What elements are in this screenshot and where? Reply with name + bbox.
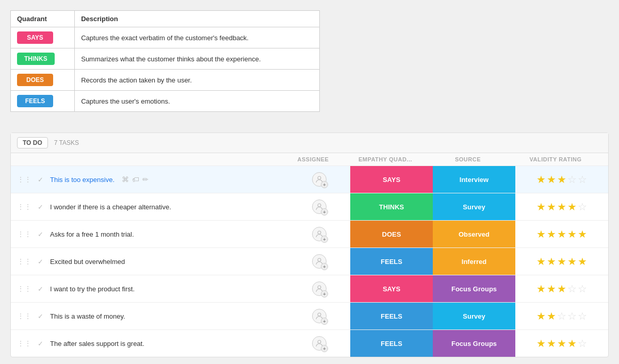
task-row: ⋮⋮ ✓ The after sales support is great. +… <box>11 330 608 357</box>
check-icon[interactable]: ✓ <box>38 230 46 238</box>
star-5: ★ <box>578 255 587 268</box>
drag-handle[interactable]: ⋮⋮ <box>17 285 31 293</box>
task-text: I wonder if there is a cheaper alternati… <box>50 203 171 211</box>
drag-handle[interactable]: ⋮⋮ <box>17 257 31 266</box>
assignee-cell: + <box>288 336 350 351</box>
stars: ★★★★★ <box>536 228 587 240</box>
column-headers: ASSIGNEE EMPATHY QUAD... SOURCE VALIDITY… <box>11 153 608 166</box>
task-row: ⋮⋮ ✓ Excited but overwhelmed + FEELS Inf… <box>11 248 608 275</box>
drag-handle[interactable]: ⋮⋮ <box>17 175 31 184</box>
star-1: ★ <box>536 255 546 268</box>
avatar-plus-icon[interactable]: + <box>321 263 328 270</box>
legend-col-description: Description <box>75 11 320 27</box>
star-3: ☆ <box>557 310 566 322</box>
avatar[interactable]: + <box>312 282 327 296</box>
empathy-cell: DOES <box>350 221 433 247</box>
star-3: ★ <box>557 201 566 213</box>
avatar[interactable]: + <box>312 336 327 351</box>
star-4: ☆ <box>567 173 577 186</box>
legend-badge: THINKS <box>17 53 55 65</box>
star-2: ★ <box>547 201 556 213</box>
validity-cell: ★★★☆☆ <box>515 173 608 186</box>
star-3: ★ <box>557 337 566 350</box>
drag-handle[interactable]: ⋮⋮ <box>17 339 31 348</box>
col-header-validity: VALIDITY RATING <box>509 156 602 162</box>
avatar[interactable]: + <box>312 309 327 323</box>
star-2: ★ <box>547 255 556 268</box>
link-icon[interactable]: ⌘ <box>122 175 129 184</box>
empathy-badge: THINKS <box>350 193 433 220</box>
empathy-cell: SAYS <box>350 166 433 193</box>
source-cell: Focus Groups <box>433 275 515 302</box>
star-2: ★ <box>547 283 556 295</box>
task-left: ⋮⋮ ✓ I want to try the product first. <box>11 280 288 297</box>
star-2: ★ <box>547 337 556 350</box>
avatar-plus-icon[interactable]: + <box>321 236 328 243</box>
validity-cell: ★★☆☆☆ <box>515 310 608 322</box>
empathy-cell: SAYS <box>350 275 433 302</box>
source-badge: Focus Groups <box>433 275 515 302</box>
avatar-plus-icon[interactable]: + <box>321 181 328 188</box>
avatar[interactable]: + <box>312 227 327 241</box>
star-2: ★ <box>547 310 556 322</box>
task-left: ⋮⋮ ✓ This is too expensive. ⌘ 🏷 ✏ <box>11 171 288 188</box>
check-icon[interactable]: ✓ <box>38 340 46 348</box>
stars: ★★★★★ <box>536 255 587 268</box>
empathy-cell: FEELS <box>350 303 433 329</box>
check-icon[interactable]: ✓ <box>38 312 46 320</box>
legend-badge: DOES <box>17 74 53 86</box>
star-5: ☆ <box>578 337 587 350</box>
empathy-cell: FEELS <box>350 330 433 357</box>
assignee-cell: + <box>288 309 350 323</box>
stars: ★★☆☆☆ <box>536 310 587 322</box>
star-3: ★ <box>557 228 566 240</box>
assignee-cell: + <box>288 254 350 269</box>
star-3: ★ <box>557 173 566 186</box>
source-badge: Interview <box>433 166 515 193</box>
star-4: ★ <box>567 201 577 213</box>
tag-icon[interactable]: 🏷 <box>132 175 139 184</box>
star-3: ★ <box>557 283 566 295</box>
star-5: ★ <box>578 228 587 240</box>
validity-cell: ★★★★★ <box>515 228 608 240</box>
check-icon[interactable]: ✓ <box>38 203 46 211</box>
drag-handle[interactable]: ⋮⋮ <box>17 312 31 320</box>
avatar[interactable]: + <box>312 200 327 214</box>
drag-handle[interactable]: ⋮⋮ <box>17 203 31 211</box>
empathy-cell: FEELS <box>350 248 433 275</box>
empathy-badge: SAYS <box>350 275 433 302</box>
check-icon[interactable]: ✓ <box>38 258 46 266</box>
star-1: ★ <box>536 228 546 240</box>
col-header-source: SOURCE <box>427 156 509 162</box>
avatar[interactable]: + <box>312 172 327 187</box>
task-row: ⋮⋮ ✓ Asks for a free 1 month trial. + DO… <box>11 221 608 248</box>
check-icon[interactable]: ✓ <box>38 285 46 293</box>
task-left: ⋮⋮ ✓ I wonder if there is a cheaper alte… <box>11 198 288 215</box>
star-1: ★ <box>536 310 546 322</box>
drag-handle[interactable]: ⋮⋮ <box>17 230 31 238</box>
check-icon[interactable]: ✓ <box>38 176 46 184</box>
task-left: ⋮⋮ ✓ Excited but overwhelmed <box>11 253 288 270</box>
star-4: ★ <box>567 228 577 240</box>
validity-cell: ★★★☆☆ <box>515 283 608 295</box>
validity-cell: ★★★★☆ <box>515 201 608 213</box>
avatar-plus-icon[interactable]: + <box>321 208 328 216</box>
star-5: ☆ <box>578 201 587 213</box>
star-4: ★ <box>567 255 577 268</box>
empathy-badge: FEELS <box>350 330 433 357</box>
empathy-cell: THINKS <box>350 193 433 220</box>
avatar-plus-icon[interactable]: + <box>321 290 328 297</box>
avatar-plus-icon[interactable]: + <box>321 318 328 325</box>
col-header-task <box>17 156 282 162</box>
task-icons: ⌘ 🏷 ✏ <box>122 175 149 184</box>
avatar[interactable]: + <box>312 254 327 269</box>
legend-badge: SAYS <box>17 31 53 44</box>
task-row: ⋮⋮ ✓ This is too expensive. ⌘ 🏷 ✏ + <box>11 166 608 193</box>
svg-point-1 <box>318 204 321 207</box>
edit-icon[interactable]: ✏ <box>142 175 149 184</box>
assignee-cell: + <box>288 282 350 296</box>
source-badge: Inferred <box>433 248 515 275</box>
star-1: ★ <box>536 283 546 295</box>
avatar-plus-icon[interactable]: + <box>321 345 328 352</box>
source-cell: Observed <box>433 221 515 247</box>
